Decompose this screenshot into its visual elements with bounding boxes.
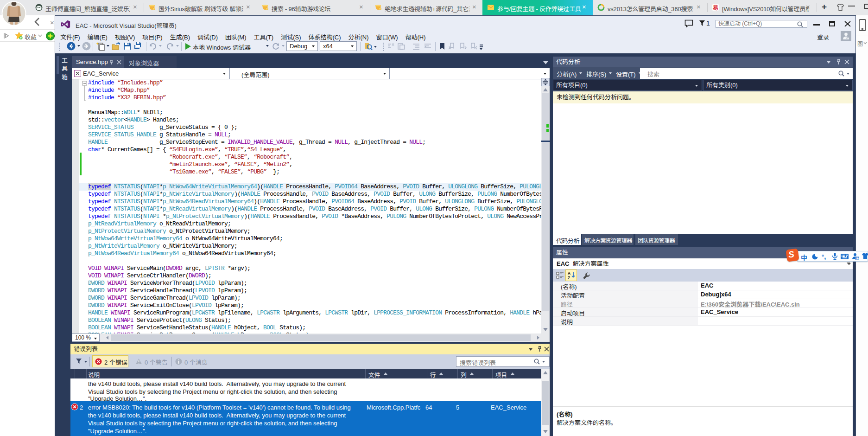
- svg-text:17: 17: [856, 257, 859, 260]
- svg-text:易: 易: [712, 5, 718, 11]
- svg-text:Z: Z: [568, 276, 570, 280]
- svg-text:A: A: [568, 271, 570, 276]
